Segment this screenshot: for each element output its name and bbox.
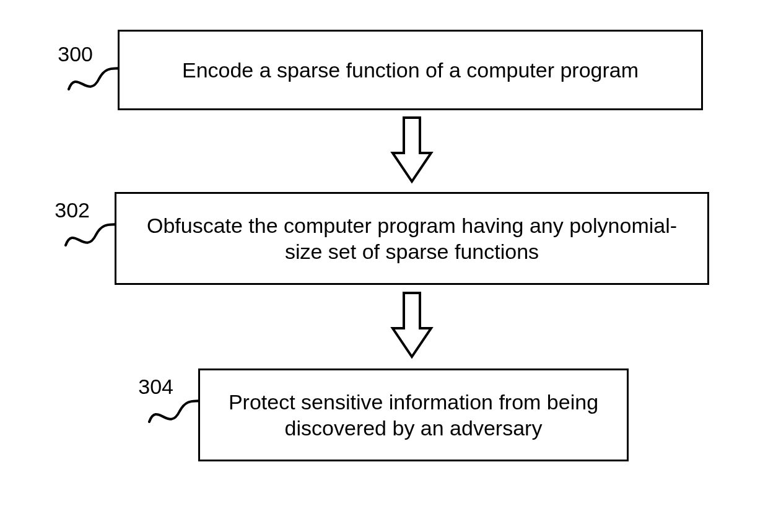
step-3-text: Protect sensitive information from being… bbox=[214, 389, 613, 442]
step-1-box: Encode a sparse function of a computer p… bbox=[118, 30, 703, 110]
flowchart-canvas: 300 Encode a sparse function of a comput… bbox=[0, 0, 768, 532]
step-2-box: Obfuscate the computer program having an… bbox=[115, 192, 709, 285]
arrow-1-to-2 bbox=[387, 115, 437, 186]
step-2-text: Obfuscate the computer program having an… bbox=[130, 212, 694, 265]
step-3-box: Protect sensitive information from being… bbox=[198, 368, 629, 461]
squiggle-connector-2 bbox=[62, 219, 118, 253]
arrow-2-to-3 bbox=[387, 290, 437, 361]
squiggle-connector-1 bbox=[65, 63, 121, 97]
squiggle-connector-3 bbox=[146, 396, 201, 430]
step-1-text: Encode a sparse function of a computer p… bbox=[182, 57, 639, 84]
